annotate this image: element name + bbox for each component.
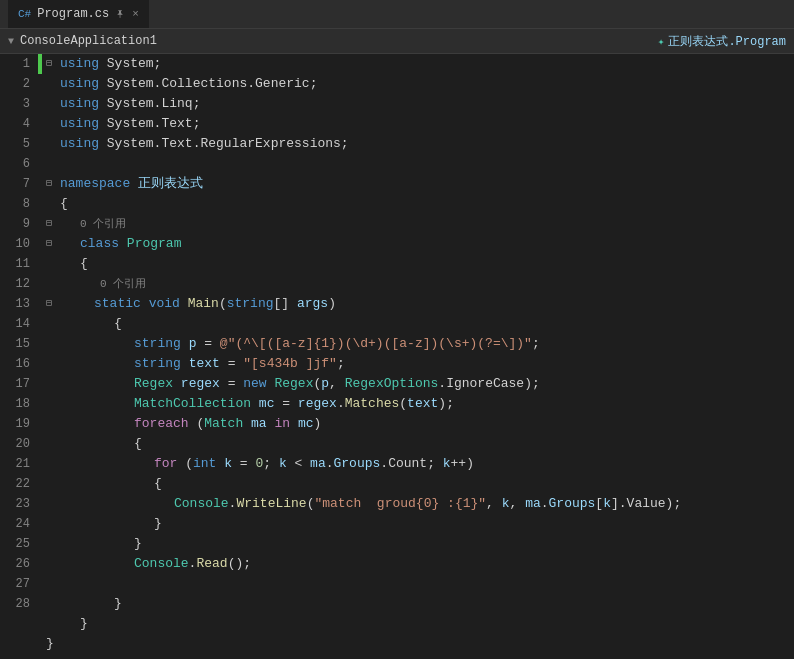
code-line-4: using System.Text; (46, 114, 794, 134)
breadcrumb-icon: ✦ (658, 35, 665, 48)
code-line-8: { (46, 194, 794, 214)
collapse-9[interactable]: ⊟ (46, 214, 60, 234)
ln-23: 23 (0, 494, 30, 514)
code-line-26: } (46, 594, 794, 614)
code-line-7: ⊟namespace 正则表达式 (46, 174, 794, 194)
code-area[interactable]: ⊟using System; using System.Collections.… (42, 54, 794, 659)
collapse-1[interactable]: ⊟ (46, 54, 60, 74)
collapse-9b[interactable]: ⊟ (46, 234, 60, 254)
code-line-21: Console.WriteLine("match groud{0} :{1}",… (46, 494, 794, 514)
ln-11: 11 (0, 254, 30, 274)
ln-20: 20 (0, 434, 30, 454)
ln-2: 2 (0, 74, 30, 94)
solution-name[interactable]: ▼ ConsoleApplication1 (8, 34, 658, 48)
ln-9: 9 (0, 214, 30, 234)
ln-18: 18 (0, 394, 30, 414)
code-line-17: foreach (Match ma in mc) (46, 414, 794, 434)
code-line-16: MatchCollection mc = regex.Matches(text)… (46, 394, 794, 414)
ln-26: 26 (0, 554, 30, 574)
solution-label: ConsoleApplication1 (20, 34, 157, 48)
ln-25: 25 (0, 534, 30, 554)
code-line-19: for (int k = 0; k < ma.Groups.Count; k++… (46, 454, 794, 474)
ln-6: 6 (0, 154, 30, 174)
ln-15: 15 (0, 334, 30, 354)
code-line-9: ⊟0 个引用 (46, 214, 794, 234)
ln-7: 7 (0, 174, 30, 194)
code-line-24: Console.Read(); (46, 554, 794, 574)
code-line-3: using System.Linq; (46, 94, 794, 114)
line-numbers: 1 2 3 4 5 6 7 8 9 10 11 12 13 14 15 16 1… (0, 54, 38, 659)
ln-22: 22 (0, 474, 30, 494)
tab-pin[interactable]: 🖈 (115, 8, 126, 21)
file-tab[interactable]: C# Program.cs 🖈 × (8, 0, 149, 28)
expand-icon: ▼ (8, 36, 14, 47)
code-line-11: ⊟static void Main(string[] args) (46, 294, 794, 314)
ln-10: 10 (0, 234, 30, 254)
code-line-10b: 0 个引用 (46, 274, 794, 294)
code-line-20: { (46, 474, 794, 494)
ln-8: 8 (0, 194, 30, 214)
tab-label: Program.cs (37, 7, 109, 21)
ln-28: 28 (0, 594, 30, 614)
code-line-14: string text = "[s434b ]jf"; (46, 354, 794, 374)
code-line-9b: ⊟class Program (46, 234, 794, 254)
ln-27: 27 (0, 574, 30, 594)
code-line-15: Regex regex = new Regex(p, RegexOptions.… (46, 374, 794, 394)
ln-16: 16 (0, 354, 30, 374)
code-line-23: } (46, 534, 794, 554)
code-line-6 (46, 154, 794, 174)
code-line-2: using System.Collections.Generic; (46, 74, 794, 94)
code-line-5: using System.Text.RegularExpressions; (46, 134, 794, 154)
ln-24: 24 (0, 514, 30, 534)
cs-file-icon: C# (18, 8, 31, 20)
ln-4: 4 (0, 114, 30, 134)
ln-19: 19 (0, 414, 30, 434)
code-line-13: string p = @"(^\[([a-z]{1})(\d+)([a-z])(… (46, 334, 794, 354)
ln-1: 1 (0, 54, 30, 74)
ln-3: 3 (0, 94, 30, 114)
ln-14: 14 (0, 314, 30, 334)
code-line-12: { (46, 314, 794, 334)
editor[interactable]: 1 2 3 4 5 6 7 8 9 10 11 12 13 14 15 16 1… (0, 54, 794, 659)
code-line-22: } (46, 514, 794, 534)
collapse-11[interactable]: ⊟ (46, 294, 60, 314)
title-bar: C# Program.cs 🖈 × (0, 0, 794, 28)
code-line-25 (46, 574, 794, 594)
solution-bar: ▼ ConsoleApplication1 ✦ 正则表达式.Program (0, 28, 794, 54)
code-line-28: } (46, 634, 794, 654)
ln-21: 21 (0, 454, 30, 474)
code-line-1: ⊟using System; (46, 54, 794, 74)
tab-close[interactable]: × (132, 8, 139, 20)
code-line-18: { (46, 434, 794, 454)
ln-5: 5 (0, 134, 30, 154)
ln-13: 13 (0, 294, 30, 314)
breadcrumb: ✦ 正则表达式.Program (658, 33, 786, 50)
ln-17: 17 (0, 374, 30, 394)
breadcrumb-text: 正则表达式.Program (668, 33, 786, 50)
collapse-7[interactable]: ⊟ (46, 174, 60, 194)
code-line-10: { (46, 254, 794, 274)
code-line-27: } (46, 614, 794, 634)
ln-12: 12 (0, 274, 30, 294)
